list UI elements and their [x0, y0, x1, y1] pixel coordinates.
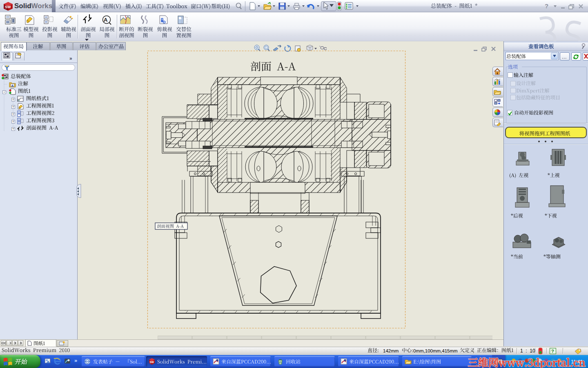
svg-text:?: ?: [551, 349, 554, 354]
svg-text:?: ?: [545, 3, 548, 9]
svg-text:SW: SW: [150, 361, 154, 364]
svg-text:SW: SW: [5, 5, 11, 9]
svg-text:A: A: [104, 17, 108, 23]
